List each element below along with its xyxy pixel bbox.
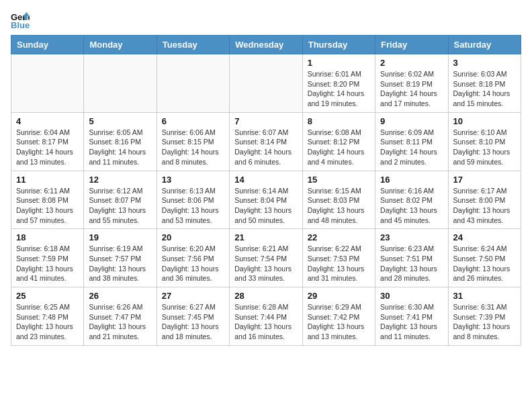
day-info: Sunrise: 6:27 AM Sunset: 7:45 PM Dayligh…: [162, 302, 224, 342]
day-info: Sunrise: 6:02 AM Sunset: 8:19 PM Dayligh…: [380, 69, 443, 109]
calendar-cell: 8Sunrise: 6:08 AM Sunset: 8:12 PM Daylig…: [302, 112, 375, 171]
calendar-cell: 4Sunrise: 6:04 AM Sunset: 8:17 PM Daylig…: [11, 112, 84, 171]
day-number: 7: [234, 116, 297, 126]
day-number: 30: [380, 291, 443, 301]
day-number: 24: [453, 232, 516, 242]
week-row-3: 11Sunrise: 6:11 AM Sunset: 8:08 PM Dayli…: [11, 171, 521, 229]
day-number: 25: [16, 291, 79, 301]
day-number: 11: [16, 175, 79, 185]
day-info: Sunrise: 6:01 AM Sunset: 8:20 PM Dayligh…: [308, 69, 370, 109]
day-number: 16: [380, 175, 443, 185]
calendar-cell: 30Sunrise: 6:30 AM Sunset: 7:41 PM Dayli…: [375, 287, 448, 346]
day-info: Sunrise: 6:13 AM Sunset: 8:06 PM Dayligh…: [162, 186, 224, 226]
day-number: 6: [162, 116, 224, 126]
day-number: 28: [234, 291, 297, 301]
day-number: 13: [162, 175, 224, 185]
day-number: 8: [308, 116, 370, 126]
calendar-cell: 22Sunrise: 6:22 AM Sunset: 7:53 PM Dayli…: [302, 229, 375, 287]
calendar-cell: 25Sunrise: 6:25 AM Sunset: 7:48 PM Dayli…: [11, 287, 84, 346]
day-info: Sunrise: 6:11 AM Sunset: 8:08 PM Dayligh…: [16, 186, 79, 226]
day-info: Sunrise: 6:07 AM Sunset: 8:14 PM Dayligh…: [234, 128, 297, 167]
calendar-cell: 15Sunrise: 6:15 AM Sunset: 8:03 PM Dayli…: [302, 171, 375, 229]
calendar-cell: 29Sunrise: 6:29 AM Sunset: 7:42 PM Dayli…: [302, 287, 375, 346]
day-number: 18: [16, 232, 79, 242]
weekday-header-tuesday: Tuesday: [157, 36, 229, 54]
weekday-header-row: SundayMondayTuesdayWednesdayThursdayFrid…: [11, 36, 521, 54]
calendar-cell: 26Sunrise: 6:26 AM Sunset: 7:47 PM Dayli…: [84, 287, 157, 346]
day-info: Sunrise: 6:24 AM Sunset: 7:50 PM Dayligh…: [453, 244, 516, 283]
day-number: 23: [380, 232, 443, 242]
calendar-cell: 7Sunrise: 6:07 AM Sunset: 8:14 PM Daylig…: [230, 112, 302, 171]
page-header: General Blue: [11, 11, 521, 30]
day-info: Sunrise: 6:18 AM Sunset: 7:59 PM Dayligh…: [16, 244, 79, 283]
day-info: Sunrise: 6:28 AM Sunset: 7:44 PM Dayligh…: [234, 302, 297, 342]
day-info: Sunrise: 6:21 AM Sunset: 7:54 PM Dayligh…: [234, 244, 297, 283]
calendar-cell: 24Sunrise: 6:24 AM Sunset: 7:50 PM Dayli…: [448, 229, 521, 287]
calendar-cell: 3Sunrise: 6:03 AM Sunset: 8:18 PM Daylig…: [448, 54, 521, 113]
day-info: Sunrise: 6:04 AM Sunset: 8:17 PM Dayligh…: [16, 128, 79, 167]
day-number: 20: [162, 232, 224, 242]
day-info: Sunrise: 6:14 AM Sunset: 8:04 PM Dayligh…: [234, 186, 297, 226]
day-number: 21: [234, 232, 297, 242]
day-number: 26: [89, 291, 151, 301]
week-row-5: 25Sunrise: 6:25 AM Sunset: 7:48 PM Dayli…: [11, 287, 521, 346]
day-number: 2: [380, 58, 443, 68]
day-number: 12: [89, 175, 151, 185]
day-info: Sunrise: 6:20 AM Sunset: 7:56 PM Dayligh…: [162, 244, 224, 283]
calendar-cell: 28Sunrise: 6:28 AM Sunset: 7:44 PM Dayli…: [230, 287, 302, 346]
weekday-header-friday: Friday: [375, 36, 448, 54]
day-info: Sunrise: 6:17 AM Sunset: 8:00 PM Dayligh…: [453, 186, 516, 226]
day-info: Sunrise: 6:22 AM Sunset: 7:53 PM Dayligh…: [308, 244, 370, 283]
week-row-4: 18Sunrise: 6:18 AM Sunset: 7:59 PM Dayli…: [11, 229, 521, 287]
logo-icon: General Blue: [11, 11, 30, 30]
day-number: 1: [308, 58, 370, 68]
calendar-cell: [230, 54, 302, 113]
calendar-cell: 14Sunrise: 6:14 AM Sunset: 8:04 PM Dayli…: [230, 171, 302, 229]
week-row-2: 4Sunrise: 6:04 AM Sunset: 8:17 PM Daylig…: [11, 112, 521, 171]
day-info: Sunrise: 6:16 AM Sunset: 8:02 PM Dayligh…: [380, 186, 443, 226]
calendar-cell: 13Sunrise: 6:13 AM Sunset: 8:06 PM Dayli…: [157, 171, 229, 229]
day-number: 31: [453, 291, 516, 301]
day-info: Sunrise: 6:25 AM Sunset: 7:48 PM Dayligh…: [16, 302, 79, 342]
day-info: Sunrise: 6:09 AM Sunset: 8:11 PM Dayligh…: [380, 128, 443, 167]
calendar-cell: 1Sunrise: 6:01 AM Sunset: 8:20 PM Daylig…: [302, 54, 375, 113]
weekday-header-thursday: Thursday: [302, 36, 375, 54]
weekday-header-wednesday: Wednesday: [230, 36, 302, 54]
day-info: Sunrise: 6:23 AM Sunset: 7:51 PM Dayligh…: [380, 244, 443, 283]
day-info: Sunrise: 6:08 AM Sunset: 8:12 PM Dayligh…: [308, 128, 370, 167]
day-number: 3: [453, 58, 516, 68]
calendar: SundayMondayTuesdayWednesdayThursdayFrid…: [11, 35, 521, 346]
weekday-header-monday: Monday: [84, 36, 157, 54]
day-number: 4: [16, 116, 79, 126]
calendar-cell: 21Sunrise: 6:21 AM Sunset: 7:54 PM Dayli…: [230, 229, 302, 287]
calendar-cell: 31Sunrise: 6:31 AM Sunset: 7:39 PM Dayli…: [448, 287, 521, 346]
day-info: Sunrise: 6:05 AM Sunset: 8:16 PM Dayligh…: [89, 128, 151, 167]
calendar-cell: 20Sunrise: 6:20 AM Sunset: 7:56 PM Dayli…: [157, 229, 229, 287]
weekday-header-saturday: Saturday: [448, 36, 521, 54]
calendar-cell: 17Sunrise: 6:17 AM Sunset: 8:00 PM Dayli…: [448, 171, 521, 229]
calendar-cell: [157, 54, 229, 113]
day-number: 14: [234, 175, 297, 185]
calendar-cell: 11Sunrise: 6:11 AM Sunset: 8:08 PM Dayli…: [11, 171, 84, 229]
day-number: 9: [380, 116, 443, 126]
svg-text:Blue: Blue: [11, 20, 30, 30]
calendar-cell: 23Sunrise: 6:23 AM Sunset: 7:51 PM Dayli…: [375, 229, 448, 287]
day-info: Sunrise: 6:29 AM Sunset: 7:42 PM Dayligh…: [308, 302, 370, 342]
calendar-cell: 27Sunrise: 6:27 AM Sunset: 7:45 PM Dayli…: [157, 287, 229, 346]
calendar-cell: 16Sunrise: 6:16 AM Sunset: 8:02 PM Dayli…: [375, 171, 448, 229]
week-row-1: 1Sunrise: 6:01 AM Sunset: 8:20 PM Daylig…: [11, 54, 521, 113]
calendar-cell: 2Sunrise: 6:02 AM Sunset: 8:19 PM Daylig…: [375, 54, 448, 113]
calendar-cell: [84, 54, 157, 113]
calendar-cell: 6Sunrise: 6:06 AM Sunset: 8:15 PM Daylig…: [157, 112, 229, 171]
day-number: 27: [162, 291, 224, 301]
day-number: 15: [308, 175, 370, 185]
day-number: 5: [89, 116, 151, 126]
calendar-cell: 5Sunrise: 6:05 AM Sunset: 8:16 PM Daylig…: [84, 112, 157, 171]
day-info: Sunrise: 6:19 AM Sunset: 7:57 PM Dayligh…: [89, 244, 151, 283]
calendar-cell: [11, 54, 84, 113]
day-info: Sunrise: 6:31 AM Sunset: 7:39 PM Dayligh…: [453, 302, 516, 342]
day-info: Sunrise: 6:10 AM Sunset: 8:10 PM Dayligh…: [453, 128, 516, 167]
day-number: 10: [453, 116, 516, 126]
day-info: Sunrise: 6:26 AM Sunset: 7:47 PM Dayligh…: [89, 302, 151, 342]
day-number: 19: [89, 232, 151, 242]
